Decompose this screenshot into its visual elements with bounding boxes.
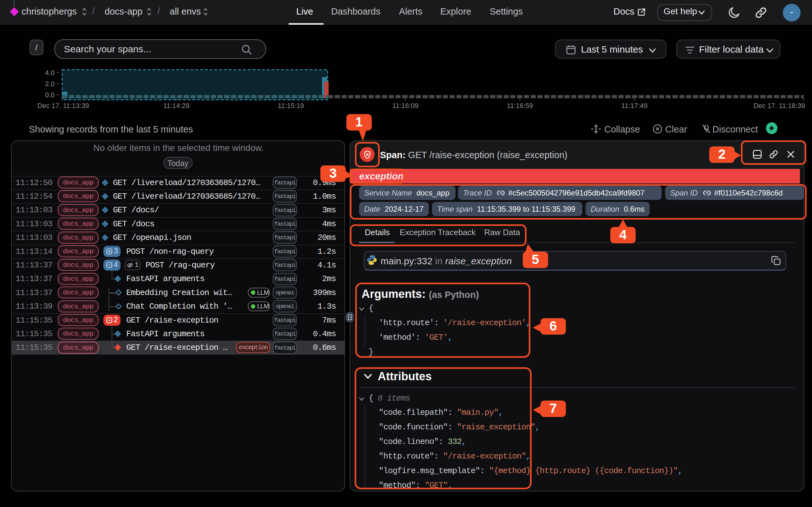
svg-text:11:16:09: 11:16:09 — [392, 102, 418, 110]
svg-text:4.0: 4.0 — [45, 69, 55, 77]
svg-text:11:14:29: 11:14:29 — [163, 102, 189, 110]
svg-text:Dec 17. 11:13:39: Dec 17. 11:13:39 — [38, 102, 89, 110]
svg-text:11:16:59: 11:16:59 — [507, 102, 533, 110]
svg-text:0.0: 0.0 — [45, 91, 55, 99]
svg-text:11:15:19: 11:15:19 — [278, 102, 304, 110]
svg-text:Dec 17. 11:18:39: Dec 17. 11:18:39 — [753, 102, 805, 110]
svg-text:2.0: 2.0 — [45, 80, 55, 88]
svg-text:11:17:49: 11:17:49 — [621, 102, 647, 110]
